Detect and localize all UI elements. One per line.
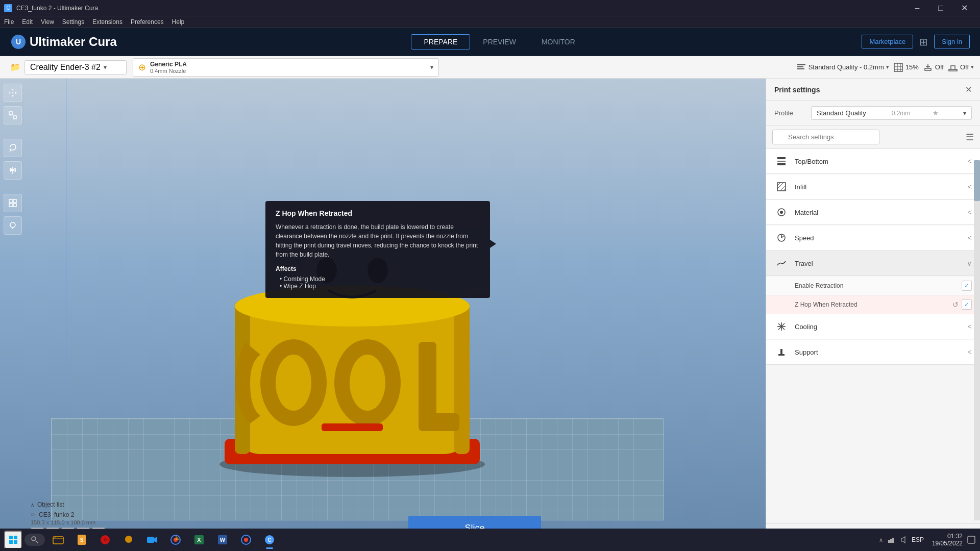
taskbar-app-chrome2[interactable]: [235, 530, 257, 550]
taskbar-app-cura[interactable]: C: [258, 530, 281, 550]
taskbar-app-word[interactable]: W: [211, 530, 234, 550]
arrange-button[interactable]: [4, 194, 22, 212]
svg-marker-80: [901, 537, 905, 543]
profile-select[interactable]: Standard Quality 0.2mm ★ ▾: [811, 106, 972, 120]
infill-chevron: <: [968, 183, 972, 191]
svg-rect-5: [894, 63, 902, 71]
nozzle-section[interactable]: ⊕ Generic PLA 0.4mm Nozzle ▾: [133, 58, 439, 77]
travel-icon: [774, 256, 789, 270]
taskbar-right: ∧ ESP 01:32 19/05/2022: [875, 533, 976, 547]
svg-point-47: [780, 211, 783, 214]
svg-rect-3: [797, 66, 803, 67]
settings-list: Top/Bottom < Infill < Material <: [766, 149, 980, 523]
svg-rect-77: [888, 540, 890, 543]
notification-icon[interactable]: [967, 535, 976, 544]
top-bottom-chevron: <: [968, 157, 972, 165]
menu-extensions[interactable]: Extensions: [92, 18, 122, 26]
maximize-button[interactable]: □: [929, 0, 952, 16]
svg-rect-24: [13, 204, 16, 207]
tab-prepare[interactable]: PREPARE: [411, 34, 470, 49]
object-list-label: Object list: [37, 501, 64, 508]
top-nav: U Ultimaker Cura PREPARE PREVIEW MONITOR…: [0, 28, 980, 56]
menu-edit[interactable]: Edit: [22, 18, 33, 26]
svg-rect-79: [892, 538, 894, 543]
svg-rect-81: [968, 536, 975, 543]
travel-chevron: ∨: [967, 259, 972, 267]
svg-rect-58: [14, 540, 17, 544]
support-label: Off: [935, 63, 944, 71]
taskbar-time[interactable]: 01:32 19/05/2022: [932, 533, 963, 547]
quality-button[interactable]: Standard Quality - 0.2mm ▾: [796, 62, 889, 72]
taskbar-search-icon: [31, 536, 39, 544]
menu-view[interactable]: View: [41, 18, 54, 26]
travel-sub-enable-retraction: Enable Retraction ✓: [766, 277, 980, 295]
svg-text:X: X: [197, 537, 201, 543]
panel-close-button[interactable]: ✕: [965, 85, 972, 94]
menu-file[interactable]: File: [4, 18, 14, 26]
taskbar-search[interactable]: [24, 534, 45, 546]
taskbar-app-media[interactable]: [94, 530, 116, 550]
close-button[interactable]: ✕: [952, 0, 976, 16]
settings-item-support[interactable]: Support <: [766, 340, 980, 365]
grid-icon[interactable]: ⊞: [919, 36, 928, 48]
object-dimensions: 150.3 x 115.0 x 100.0 mm: [31, 519, 105, 525]
svg-rect-54: [778, 354, 785, 356]
viewport[interactable]: Z Hop When Retracted Whenever a retracti…: [0, 79, 766, 551]
support-icon: [923, 62, 933, 72]
nozzle-material: Generic PLA: [150, 61, 187, 68]
minimize-button[interactable]: –: [905, 0, 929, 16]
folder-button[interactable]: 📁: [6, 60, 24, 74]
mirror-button[interactable]: [4, 161, 22, 180]
move-tool-button[interactable]: [4, 84, 22, 102]
object-edit-icon[interactable]: ✏: [31, 511, 36, 518]
quality-label: Standard Quality - 0.2mm: [808, 63, 884, 71]
z-hop-checkbox[interactable]: ✓: [962, 299, 972, 310]
taskbar-app-bird[interactable]: [117, 530, 140, 550]
scrollbar-track: [974, 160, 980, 520]
scrollbar-thumb[interactable]: [974, 160, 980, 201]
support-label: Support: [795, 348, 968, 356]
settings-item-travel[interactable]: Travel ∨: [766, 251, 980, 276]
marketplace-button[interactable]: Marketplace: [862, 35, 913, 48]
svg-point-74: [244, 538, 248, 542]
material-chevron: <: [968, 208, 972, 216]
chrome2-icon: [240, 534, 252, 546]
profile-star-icon[interactable]: ★: [933, 109, 939, 117]
printer-select[interactable]: Creality Ender-3 #2 ▾: [24, 60, 127, 74]
taskbar-app-chrome[interactable]: [164, 530, 187, 550]
tooltip-panel: Z Hop When Retracted Whenever a retracti…: [265, 201, 490, 298]
settings-item-material[interactable]: Material <: [766, 200, 980, 225]
taskbar-app-excel[interactable]: X: [188, 530, 210, 550]
start-button[interactable]: [4, 531, 22, 549]
nozzle-size: 0.4mm Nozzle: [150, 68, 187, 74]
settings-item-top-bottom[interactable]: Top/Bottom <: [766, 149, 980, 174]
settings-item-cooling[interactable]: Cooling <: [766, 314, 980, 339]
bird-icon: [122, 534, 135, 546]
left-toolbar: [0, 79, 26, 551]
svg-rect-4: [797, 68, 804, 69]
tab-monitor[interactable]: MONITOR: [529, 34, 588, 49]
menu-settings[interactable]: Settings: [62, 18, 84, 26]
travel-sub-z-hop: Z Hop When Retracted ↺ ✓: [766, 295, 980, 314]
menu-help[interactable]: Help: [172, 18, 185, 26]
tooltip-arrow: [490, 240, 496, 248]
taskbar-app-sublime[interactable]: S: [70, 530, 93, 550]
object-list-header[interactable]: ∧ Object list: [31, 501, 105, 508]
enable-retraction-checkbox[interactable]: ✓: [962, 281, 972, 291]
tab-preview[interactable]: PREVIEW: [470, 34, 529, 49]
settings-item-infill[interactable]: Infill <: [766, 174, 980, 199]
logo-icon: U: [10, 34, 27, 50]
support-paint-button[interactable]: [4, 216, 22, 235]
scale-tool-button[interactable]: [4, 106, 22, 124]
settings-item-speed[interactable]: Speed <: [766, 226, 980, 251]
menu-preferences[interactable]: Preferences: [131, 18, 164, 26]
profile-row: Profile Standard Quality 0.2mm ★ ▾: [766, 101, 980, 126]
search-input[interactable]: [772, 130, 879, 144]
taskbar-app-explorer[interactable]: [47, 530, 69, 550]
undo-button[interactable]: [4, 139, 22, 157]
filter-icon[interactable]: ☰: [966, 132, 974, 143]
taskbar-app-zoom[interactable]: [141, 530, 163, 550]
tray-arrow[interactable]: ∧: [879, 537, 883, 543]
z-hop-reset-icon[interactable]: ↺: [952, 300, 959, 309]
signin-button[interactable]: Sign in: [934, 35, 970, 48]
